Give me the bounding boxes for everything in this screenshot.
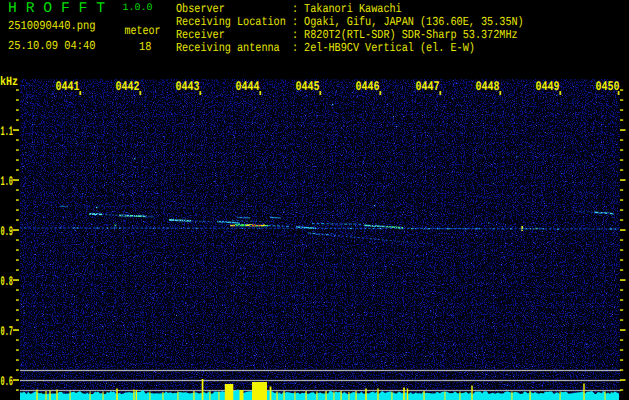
svg-text:2510090440.png: 2510090440.png <box>8 19 96 33</box>
svg-text:Receiving antenna : 2el-HB9CV: Receiving antenna : 2el-HB9CV Vertical (… <box>176 41 475 55</box>
svg-text:0446: 0446 <box>356 79 380 94</box>
svg-text:0448: 0448 <box>476 79 500 94</box>
svg-text:meteor: meteor <box>125 24 161 38</box>
svg-text:Observer : Takanori: Observer : Takanori Kawachi <box>176 2 402 16</box>
svg-text:1.0: 1.0 <box>1 174 14 189</box>
svg-text:18: 18 <box>139 40 151 54</box>
svg-text:1.1: 1.1 <box>1 124 14 139</box>
svg-text:0444: 0444 <box>236 79 260 94</box>
svg-text:0450: 0450 <box>596 79 620 94</box>
svg-text:25.10.09 04:40: 25.10.09 04:40 <box>8 39 96 53</box>
svg-text:0.9: 0.9 <box>1 224 14 239</box>
svg-text:H R O F F T: H R O F F T <box>8 1 105 17</box>
svg-text:0443: 0443 <box>176 79 200 94</box>
svg-text:0449: 0449 <box>536 79 560 94</box>
svg-text:0445: 0445 <box>296 79 320 94</box>
svg-text:Receiver : R820T2(RT: Receiver : R820T2(RTL-SDR) SDR-Sharp 53.… <box>176 28 518 42</box>
svg-text:0.8: 0.8 <box>1 274 14 289</box>
svg-text:0441: 0441 <box>56 79 80 94</box>
svg-text:Receiving Location : Ogaki, Gi: Receiving Location : Ogaki, Gifu, JAPAN … <box>176 15 524 29</box>
svg-text:kHz: kHz <box>0 75 18 89</box>
svg-text:0442: 0442 <box>116 79 140 94</box>
svg-text:0447: 0447 <box>416 79 440 94</box>
svg-text:1.0.0: 1.0.0 <box>123 3 153 14</box>
svg-text:0.6: 0.6 <box>1 374 14 389</box>
svg-text:0.7: 0.7 <box>1 324 14 339</box>
